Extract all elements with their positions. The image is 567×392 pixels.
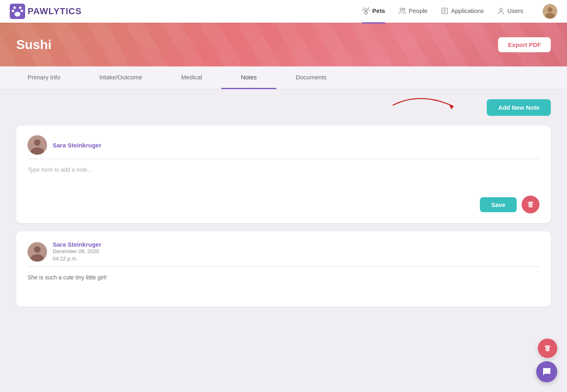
chat-button[interactable] — [536, 361, 557, 382]
note-card-1: Sara Steinkruger December 09, 2020 04:22… — [16, 231, 551, 307]
nav-users-label: Users — [507, 7, 523, 14]
user-avatar-icon — [543, 4, 557, 19]
people-icon — [398, 7, 406, 15]
trash-icon-new — [526, 200, 535, 209]
svg-point-7 — [364, 12, 368, 14]
pet-name-title: Sushi — [16, 37, 498, 52]
svg-point-3 — [12, 10, 14, 12]
applications-icon — [441, 7, 449, 15]
tab-primary-info[interactable]: Primary Info — [8, 66, 80, 89]
note-actions-new: Save — [28, 196, 539, 213]
delete-note-button-new[interactable] — [522, 196, 539, 213]
save-note-button[interactable]: Save — [480, 197, 517, 212]
svg-point-9 — [403, 8, 405, 10]
note-date-1: December 09, 2020 04:22 p.m. — [53, 248, 101, 262]
tab-medical[interactable]: Medical — [162, 66, 222, 89]
svg-point-14 — [500, 9, 502, 11]
tab-intake-outcome[interactable]: Intake/Outcome — [80, 66, 162, 89]
user-avatar-nav[interactable] — [543, 4, 557, 19]
note-text-new[interactable]: Type here to add a note... — [28, 165, 539, 189]
nav-item-people[interactable]: People — [398, 0, 428, 23]
hero-banner: Sushi Export PDF — [0, 23, 567, 66]
logo-text: PAWLYTICS — [28, 6, 82, 17]
nav-item-applications[interactable]: Applications — [441, 0, 484, 23]
chat-icon — [541, 366, 552, 377]
nav-links: Pets People Applications — [362, 0, 557, 23]
navbar: PAWLYTICS Pets People — [0, 0, 567, 23]
tab-documents[interactable]: Documents — [276, 66, 346, 89]
svg-point-6 — [365, 9, 367, 11]
note-author-name-1: Sara Steinkruger — [53, 241, 101, 248]
note-author-row-1: Sara Steinkruger December 09, 2020 04:22… — [28, 241, 539, 267]
delete-button-fixed[interactable] — [538, 339, 557, 358]
tab-bar: Primary Info Intake/Outcome Medical Note… — [0, 66, 567, 89]
note-avatar-1 — [28, 242, 47, 262]
logo[interactable]: PAWLYTICS — [10, 4, 362, 19]
svg-point-38 — [34, 246, 41, 253]
new-note-card: Sara Steinkruger Type here to add a note… — [16, 126, 551, 223]
note-avatar-icon — [28, 135, 47, 155]
nav-pets-label: Pets — [372, 7, 385, 14]
note-text-1: She is such a cute tiny little girl! — [28, 273, 539, 297]
users-icon — [497, 7, 505, 15]
logo-icon — [10, 4, 25, 19]
svg-point-5 — [15, 12, 20, 17]
main-content: Add New Note Sara Steinkruger Type here … — [0, 89, 567, 324]
export-pdf-button[interactable]: Export PDF — [498, 37, 551, 52]
nav-item-users[interactable]: Users — [497, 0, 523, 23]
note-author-name-new: Sara Steinkruger — [53, 142, 101, 149]
svg-point-35 — [34, 139, 41, 146]
svg-point-1 — [13, 6, 16, 9]
svg-point-2 — [19, 6, 21, 9]
pets-icon — [362, 7, 370, 15]
tab-notes[interactable]: Notes — [221, 66, 276, 89]
add-new-note-button[interactable]: Add New Note — [487, 99, 551, 116]
svg-point-8 — [400, 8, 402, 11]
note-author-info-new: Sara Steinkruger — [53, 142, 101, 149]
nav-item-pets[interactable]: Pets — [362, 0, 385, 23]
note-author-info-1: Sara Steinkruger December 09, 2020 04:22… — [53, 241, 101, 262]
svg-point-4 — [21, 10, 23, 12]
note-avatar-icon-1 — [28, 242, 47, 262]
svg-point-16 — [548, 7, 552, 12]
nav-applications-label: Applications — [451, 7, 484, 14]
add-note-bar: Add New Note — [16, 99, 551, 116]
nav-people-label: People — [409, 7, 428, 14]
arrow-annotation — [389, 95, 470, 115]
trash-icon-fixed — [543, 344, 552, 352]
note-author-row: Sara Steinkruger — [28, 135, 539, 159]
note-avatar-new — [28, 135, 47, 155]
